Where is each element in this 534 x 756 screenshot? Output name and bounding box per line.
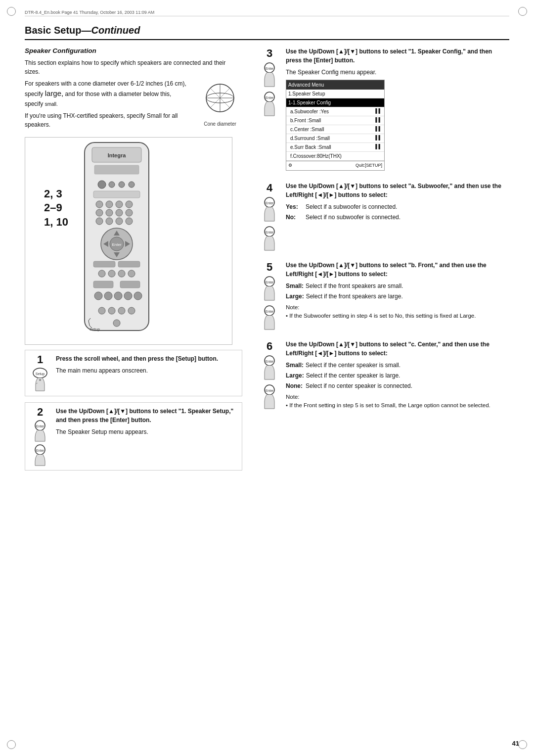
hand-icon-6b: Enter bbox=[260, 384, 279, 411]
svg-rect-41 bbox=[120, 281, 140, 288]
svg-text:Enter: Enter bbox=[266, 231, 274, 234]
steps-left: 1 Setup Press the scroll wheel, and then… bbox=[25, 350, 242, 471]
hand-icon-6: Enter bbox=[260, 355, 279, 382]
hand-icon-5b: Enter bbox=[260, 305, 279, 332]
step4-content: Use the Up/Down [▲]/[▼] buttons to selec… bbox=[286, 182, 509, 222]
para3: If you're using THX-certified speakers, … bbox=[25, 111, 190, 129]
two-col-layout: Speaker Configuration This section expla… bbox=[25, 47, 509, 476]
svg-text:Enter: Enter bbox=[266, 310, 274, 313]
remote-svg: Integra bbox=[25, 138, 233, 345]
svg-point-23 bbox=[96, 218, 103, 225]
svg-point-25 bbox=[116, 218, 123, 225]
step6-row: 6 Enter Enter Use the Up/Down [▲]/[▼] bu… bbox=[257, 340, 509, 411]
svg-point-44 bbox=[114, 292, 122, 300]
svg-point-10 bbox=[98, 181, 106, 189]
step4-num: 4 bbox=[267, 182, 272, 194]
step6-note: Note: • If the Front setting in step 5 i… bbox=[286, 393, 509, 410]
svg-rect-9 bbox=[94, 165, 139, 174]
svg-point-24 bbox=[106, 218, 113, 225]
svg-rect-40 bbox=[93, 281, 113, 288]
step3-row: 3 Enter Enter Use the Up/Down [▲]/[▼] bu… bbox=[257, 47, 509, 174]
svg-point-43 bbox=[104, 292, 112, 300]
hand-icon-5: Enter bbox=[260, 276, 279, 303]
svg-text:Setup: Setup bbox=[89, 327, 100, 331]
step5-content: Use the Up/Down [▲]/[▼] buttons to selec… bbox=[286, 261, 509, 321]
svg-rect-14 bbox=[93, 191, 140, 198]
svg-text:Enter: Enter bbox=[266, 389, 274, 392]
svg-text:Enter: Enter bbox=[266, 360, 274, 363]
osd-sub-1: a.Subwoofer :Yes▐▐ bbox=[286, 107, 384, 116]
svg-point-19 bbox=[96, 209, 103, 216]
svg-text:Enter: Enter bbox=[112, 242, 121, 247]
svg-point-49 bbox=[118, 307, 125, 314]
para2: For speakers with a cone diameter over 6… bbox=[25, 79, 190, 108]
hand-icon-1: Setup bbox=[31, 367, 49, 392]
step1-content: Press the scroll wheel, and then press t… bbox=[56, 354, 238, 378]
step2-block: 2 Enter Enter Use the Up/D bbox=[25, 402, 242, 471]
step6-large: Large: Select if the center speaker is l… bbox=[286, 371, 509, 380]
step2-content: Use the Up/Down [▲]/[▼] buttons to selec… bbox=[56, 407, 238, 439]
svg-point-48 bbox=[108, 307, 115, 314]
step4-yes: Yes: Select if a subwoofer is connected. bbox=[286, 202, 509, 211]
svg-point-21 bbox=[116, 209, 123, 216]
hand-icon-2b: Enter bbox=[31, 444, 49, 466]
svg-point-11 bbox=[109, 182, 115, 188]
step6-small: Small: Select if the center speaker is s… bbox=[286, 361, 509, 370]
corner-mark-br bbox=[518, 740, 527, 749]
file-info: DTR-8.4_En.book Page 41 Thursday, Octobe… bbox=[25, 9, 509, 16]
left-column: Speaker Configuration This section expla… bbox=[25, 47, 242, 476]
svg-point-18 bbox=[126, 201, 133, 208]
svg-point-13 bbox=[129, 182, 134, 188]
svg-point-51 bbox=[113, 320, 120, 327]
right-column: 3 Enter Enter Use the Up/Down [▲]/[▼] bu… bbox=[257, 47, 509, 476]
page-title: Basic Setup—Continued bbox=[25, 25, 509, 40]
corner-mark-tr bbox=[518, 7, 527, 16]
hand-icon-4: Enter bbox=[260, 196, 279, 224]
hand-icon-2a: Enter bbox=[31, 420, 49, 442]
svg-point-20 bbox=[106, 209, 113, 216]
step4-row: 4 Enter Enter Use the Up/Down [▲]/[▼] bu… bbox=[257, 182, 509, 253]
osd-footer: ⚙ Quit:[SETUP] bbox=[286, 161, 384, 170]
svg-point-55 bbox=[39, 379, 41, 381]
cone-diagram: Cone diameter bbox=[198, 83, 242, 127]
step5-note: Note: • If the Subwoofer setting in step… bbox=[286, 303, 509, 321]
hand-icon-3: Enter bbox=[260, 62, 279, 89]
svg-point-37 bbox=[108, 270, 115, 277]
svg-point-46 bbox=[134, 292, 142, 300]
svg-point-39 bbox=[128, 270, 135, 277]
corner-mark-tl bbox=[7, 7, 16, 16]
svg-text:Enter: Enter bbox=[266, 67, 274, 70]
svg-point-16 bbox=[106, 201, 113, 208]
osd-menu-box: Advanced Menu 1.Speaker Setup 1-1.Speake… bbox=[286, 80, 385, 171]
osd-sub-6: f.Crossover:80Hz(THX) bbox=[286, 152, 384, 161]
svg-point-26 bbox=[126, 218, 133, 225]
step5-row: 5 Enter Enter Use the Up/Down [▲]/[▼] bu… bbox=[257, 261, 509, 332]
osd-sub-4: d.Surround :Small▐▐ bbox=[286, 134, 384, 143]
step3-content: Use the Up/Down [▲]/[▼] buttons to selec… bbox=[286, 47, 509, 174]
svg-point-17 bbox=[116, 201, 123, 208]
step6-none: None: Select if no center speaker is con… bbox=[286, 381, 509, 390]
svg-text:Setup: Setup bbox=[36, 372, 44, 376]
cone-svg bbox=[200, 83, 240, 115]
para1: This section explains how to specify whi… bbox=[25, 58, 242, 76]
step-overlay-1: 2, 3 2–9 1, 10 bbox=[44, 187, 68, 230]
svg-point-50 bbox=[128, 307, 135, 314]
step4-no: No: Select if no subwoofer is connected. bbox=[286, 213, 509, 222]
osd-item-1: 1.Speaker Setup bbox=[286, 90, 384, 98]
step5-large: Large: Select if the front speakers are … bbox=[286, 292, 509, 301]
main-content: Basic Setup—Continued Speaker Configurat… bbox=[25, 25, 509, 731]
corner-mark-bl bbox=[7, 740, 16, 749]
step1-block: 1 Setup Press the scroll wheel, and then… bbox=[25, 350, 242, 396]
osd-sub-3: c.Center :Small▐▐ bbox=[286, 125, 384, 134]
hand-icon-4b: Enter bbox=[260, 226, 279, 253]
svg-point-42 bbox=[94, 292, 102, 300]
step6-num: 6 bbox=[267, 340, 272, 353]
svg-text:Integra: Integra bbox=[108, 152, 127, 158]
step1-num: 1 bbox=[37, 354, 43, 365]
svg-text:Enter: Enter bbox=[266, 281, 274, 284]
cone-label: Cone diameter bbox=[204, 121, 236, 127]
section-title: Speaker Configuration bbox=[25, 47, 242, 54]
svg-point-36 bbox=[98, 270, 105, 277]
svg-text:Enter: Enter bbox=[266, 201, 274, 205]
step3-num: 3 bbox=[267, 47, 272, 60]
